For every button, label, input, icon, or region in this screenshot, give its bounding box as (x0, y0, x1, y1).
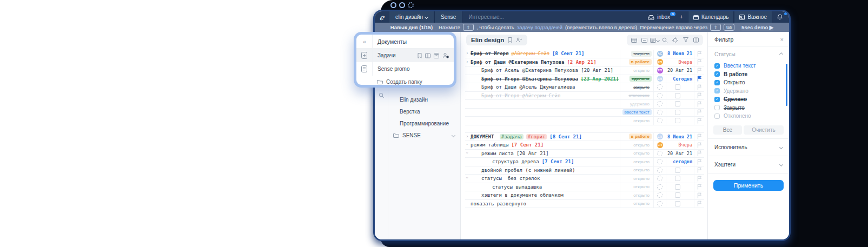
bookmark-icon[interactable] (508, 37, 512, 43)
due-date[interactable]: 20 Авг 21 (667, 68, 692, 73)
flag-icon[interactable] (697, 101, 702, 107)
checkbox[interactable]: ✓ (714, 63, 720, 69)
sidebar-item-elin-design[interactable]: Elin дизайн (388, 94, 460, 105)
assignee-placeholder-icon[interactable] (657, 110, 662, 115)
statuses-section-header[interactable]: Статусы (708, 46, 789, 61)
checkbox[interactable]: ✓ (714, 80, 720, 85)
hashtags-section-header[interactable]: Хэштеги (708, 156, 789, 173)
flag-icon[interactable] (697, 184, 702, 190)
date-placeholder-icon[interactable] (675, 168, 680, 173)
checkbox[interactable] (714, 114, 720, 119)
checkbox[interactable] (714, 105, 720, 110)
flag-icon[interactable] (697, 201, 702, 206)
task-row[interactable]: хэштеги в документе облачкомоткрыто (465, 191, 704, 200)
status-filter-option[interactable]: Закрыто (708, 104, 789, 112)
clear-button[interactable]: Очистить (744, 125, 784, 135)
sidebar-item-programming[interactable]: Программирование (388, 117, 460, 129)
flag-icon[interactable] (697, 142, 702, 148)
expand-arrow-icon[interactable]: › (465, 151, 470, 155)
target-icon[interactable] (671, 36, 680, 44)
expand-arrow-icon[interactable]: › (465, 133, 469, 139)
assignee-placeholder-icon[interactable] (657, 159, 662, 164)
window-control-icon[interactable] (390, 2, 396, 8)
task-row[interactable]: Бриф от Даши @Асель Джумагалиевазакрыто (465, 83, 704, 92)
status-badge[interactable]: открыто (631, 68, 652, 74)
share-person-icon[interactable] (516, 37, 522, 43)
task-row[interactable]: показать развернутооткрыто (465, 200, 704, 209)
important-tab[interactable]: Важное (734, 11, 772, 23)
task-row[interactable]: двойной пробел (с нижней линией)открыто (465, 166, 704, 175)
date-placeholder-icon[interactable] (675, 110, 680, 115)
expand-arrow-icon[interactable]: › (465, 50, 469, 56)
avatar[interactable]: ЕП (657, 68, 663, 74)
task-row[interactable]: открыто (465, 117, 704, 125)
status-badge[interactable]: закрыто (631, 51, 652, 57)
add-tab-button[interactable]: + (675, 11, 688, 23)
avatar[interactable]: ЕП (657, 76, 663, 82)
date-placeholder-icon[interactable] (675, 176, 680, 181)
flag-icon[interactable] (697, 109, 702, 115)
status-badge[interactable]: открыто (631, 192, 652, 198)
assignee-placeholder-icon[interactable] (657, 192, 662, 198)
demo-link[interactable]: 5sec demo ▶ (741, 24, 773, 30)
flag-icon[interactable] (697, 118, 702, 124)
task-row[interactable]: Бриф от Асель @Екатерина Петухова [20 Ав… (465, 66, 704, 75)
date-placeholder-icon[interactable] (675, 93, 680, 98)
checkbox[interactable]: ✓ (714, 71, 720, 77)
status-badge[interactable]: открыто (631, 142, 652, 148)
task-row[interactable]: структура дерева[7 Сент 21]открытосегодн… (465, 158, 704, 166)
apply-button[interactable]: Применить (713, 180, 784, 191)
status-badge[interactable]: открыто (631, 159, 652, 165)
status-filter-option[interactable]: ✓Ввести текст (708, 62, 789, 70)
flag-icon[interactable] (697, 84, 702, 90)
date-placeholder-icon[interactable] (675, 101, 680, 106)
flag-icon[interactable] (697, 150, 702, 156)
status-badge[interactable]: открыто (631, 150, 652, 156)
flag-icon[interactable] (697, 133, 702, 139)
task-row[interactable]: ›статусы без стрелокоткрыто (465, 175, 704, 183)
avatar[interactable]: ЕП (657, 142, 663, 148)
due-date[interactable]: 8 Июня 21 (667, 51, 692, 56)
search-icon[interactable] (660, 36, 670, 44)
columns-icon[interactable] (691, 36, 700, 44)
assignee-placeholder-icon[interactable] (657, 101, 662, 106)
avatar[interactable]: ЕП (657, 133, 663, 139)
status-badge[interactable]: в работе (629, 133, 652, 139)
create-folder-button[interactable]: Создать папку (356, 76, 454, 88)
window-control-icon[interactable] (399, 2, 405, 8)
task-row[interactable]: ›режим таблицы[7 Сент 21]открытоЕПВчера (465, 141, 704, 150)
due-date[interactable]: сегодня (673, 159, 692, 164)
list-view-icon[interactable] (650, 36, 659, 44)
flag-icon[interactable] (697, 59, 702, 65)
archive-icon[interactable] (434, 53, 439, 58)
assignee-placeholder-icon[interactable] (657, 93, 662, 98)
task-row[interactable]: Бриф от Игоря @Айгерим Сейлотклонено (465, 92, 704, 101)
checkbox[interactable]: ✓ (714, 97, 720, 102)
date-placeholder-icon[interactable] (675, 84, 680, 90)
task-row[interactable]: ›Бриф от Игоря@Айгерим Сейл[8 Сент 21]за… (465, 50, 704, 58)
status-badge[interactable]: в работе (629, 59, 652, 65)
calendar-tab[interactable]: Календарь (688, 11, 734, 23)
document-title-pill[interactable]: Elin design (466, 35, 527, 45)
flag-icon[interactable] (697, 51, 702, 57)
due-date[interactable]: 8 Июня 21 (667, 134, 692, 139)
task-row[interactable]: ввести текст (465, 109, 704, 117)
assignee-placeholder-icon[interactable] (657, 118, 662, 123)
doc-item-tasks[interactable]: Задачи (356, 49, 454, 62)
assignee-placeholder-icon[interactable] (657, 176, 662, 181)
avatar[interactable]: АС (657, 51, 663, 57)
task-row[interactable]: ›Бриф от Даши @Екатерина Петухова[2 Апр … (465, 58, 704, 67)
flag-icon[interactable] (697, 167, 702, 173)
inbox-button[interactable]: inbox 9 (643, 11, 675, 23)
tab-interesting[interactable]: Интересные... (462, 11, 509, 23)
columns-icon[interactable] (425, 53, 430, 58)
due-date[interactable]: 20 Авг 21 (667, 151, 692, 156)
bookmark-icon[interactable] (418, 53, 422, 58)
due-date[interactable]: Вчера (678, 59, 692, 65)
status-filter-option[interactable]: Отклонено (708, 112, 789, 121)
date-placeholder-icon[interactable] (675, 118, 680, 123)
assignee-placeholder-icon[interactable] (657, 184, 662, 190)
status-filter-option[interactable]: ✓Удержано (708, 87, 789, 96)
task-row[interactable]: ›ДОКУМЕНТ #задача#горит[8 Сент 21]в рабо… (465, 133, 704, 142)
expand-arrow-icon[interactable]: › (465, 59, 469, 64)
